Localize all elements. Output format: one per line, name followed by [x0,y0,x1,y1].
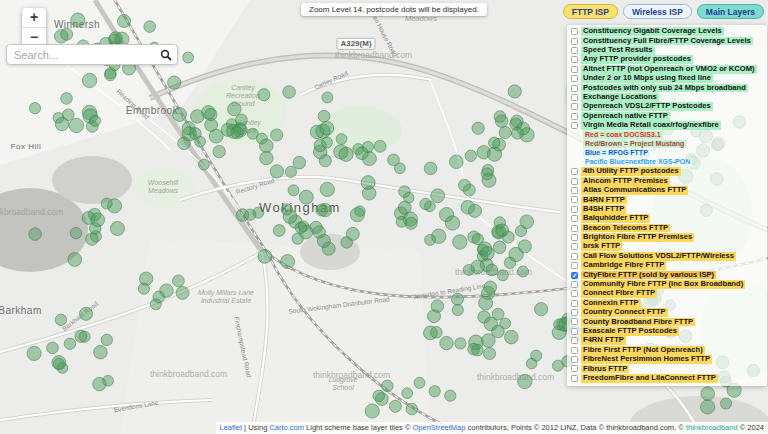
postcode-dot[interactable] [258,89,270,101]
layer-checkbox[interactable] [571,290,578,297]
postcode-dot[interactable] [29,228,42,241]
layer-checkbox[interactable]: ✓ [571,272,578,279]
layer-checkbox[interactable] [571,309,578,316]
postcode-dot[interactable] [319,155,331,167]
postcode-dot[interactable] [518,266,529,277]
postcode-dot[interactable] [270,165,283,178]
postcode-dot[interactable] [701,387,715,401]
layer-checkbox[interactable] [571,85,578,92]
layer-row[interactable]: Under 2 or 10 Mbps using fixed line [569,74,767,83]
layer-label[interactable]: B4RN FTTP [581,196,627,205]
postcode-dot[interactable] [93,377,106,390]
postcode-dot[interactable] [283,86,296,99]
layer-label[interactable]: Balquhidder FTTP [581,214,650,223]
postcode-dot[interactable] [55,314,66,325]
postcode-dot[interactable] [389,400,401,412]
postcode-dot[interactable] [440,336,453,349]
postcode-dot[interactable] [455,338,466,349]
postcode-dot[interactable] [90,115,101,126]
postcode-dot[interactable] [260,139,274,153]
postcode-dot[interactable] [518,374,532,388]
postcode-dot[interactable] [75,330,87,342]
layer-checkbox[interactable] [571,47,578,54]
postcode-dot[interactable] [465,150,476,161]
postcode-dot[interactable] [283,210,297,224]
attribution-link[interactable]: OpenStreetMap [413,423,466,432]
postcode-dot[interactable] [701,400,715,414]
postcode-dot[interactable] [29,103,40,114]
postcode-dot[interactable] [374,140,386,152]
postcode-dot[interactable] [382,380,394,392]
postcode-dot[interactable] [499,126,511,138]
postcode-dot[interactable] [526,358,537,369]
postcode-dot[interactable] [318,110,330,122]
postcode-dot[interactable] [461,201,475,215]
layer-checkbox[interactable] [571,94,578,101]
postcode-dot[interactable] [310,125,324,139]
layer-checkbox[interactable] [571,225,578,232]
postcode-dot[interactable] [288,185,299,196]
postcode-dot[interactable] [453,235,467,249]
postcode-dot[interactable] [176,286,189,299]
postcode-dot[interactable] [285,166,296,177]
layer-row[interactable]: FreedomFibre and LilaConnect FTTP [569,374,767,383]
layer-label[interactable]: 4th Utility FTTP postcodes [581,167,681,176]
postcode-dot[interactable] [173,275,185,287]
postcode-dot[interactable] [492,325,505,338]
postcode-dot[interactable] [452,293,464,305]
postcode-dot[interactable] [480,246,494,260]
postcode-dot[interactable] [61,93,73,105]
layer-label[interactable]: Atlas Communications FTTP [581,186,688,195]
layer-checkbox[interactable] [571,253,578,260]
postcode-dot[interactable] [52,356,66,370]
postcode-dot[interactable] [273,225,285,237]
postcode-dot[interactable] [299,190,313,204]
postcode-dot[interactable] [496,224,509,237]
layer-checkbox[interactable] [571,168,578,175]
postcode-dot[interactable] [94,345,108,359]
postcode-dot[interactable] [320,182,334,196]
postcode-dot[interactable] [492,308,504,320]
postcode-dot[interactable] [183,52,194,63]
postcode-dot[interactable] [27,346,41,360]
main-layers-button[interactable]: Main Layers [697,4,764,19]
postcode-dot[interactable] [55,117,68,130]
layer-row[interactable]: Balquhidder FTTP [569,214,767,223]
postcode-dot[interactable] [497,270,508,281]
postcode-dot[interactable] [319,203,332,216]
postcode-dot[interactable] [489,137,500,148]
fttp-isp-button[interactable]: FTTP ISP [563,4,618,19]
postcode-dot[interactable] [313,226,325,238]
postcode-dot[interactable] [293,156,306,169]
postcode-dot[interactable] [295,222,306,233]
postcode-dot[interactable] [494,111,506,123]
postcode-dot[interactable] [388,154,400,166]
zoom-in-button[interactable]: + [22,8,46,27]
wireless-isp-button[interactable]: Wireless ISP [623,4,692,19]
postcode-dot[interactable] [281,255,295,269]
postcode-dot[interactable] [346,227,359,240]
postcode-dot[interactable] [402,388,413,399]
postcode-dot[interactable] [47,342,59,354]
postcode-dot[interactable] [425,234,436,245]
layer-checkbox[interactable] [571,375,578,382]
search-input[interactable] [12,48,160,62]
layer-checkbox[interactable] [571,103,578,110]
layer-checkbox[interactable] [571,347,578,354]
postcode-dot[interactable] [486,264,498,276]
layer-checkbox[interactable] [571,234,578,241]
postcode-dot[interactable] [150,299,161,310]
postcode-dot[interactable] [86,233,98,245]
postcode-dot[interactable] [429,386,440,397]
postcode-dot[interactable] [191,110,204,123]
postcode-dot[interactable] [424,162,437,175]
layer-checkbox[interactable] [571,215,578,222]
layer-row[interactable]: Country Connect FTTP [569,308,767,317]
layer-checkbox[interactable] [571,75,578,82]
postcode-dot[interactable] [70,227,81,238]
layer-checkbox[interactable] [571,206,578,213]
layer-checkbox[interactable] [571,56,578,63]
layer-checkbox[interactable] [571,66,578,73]
postcode-dot[interactable] [322,137,333,148]
postcode-dot[interactable] [231,126,243,138]
